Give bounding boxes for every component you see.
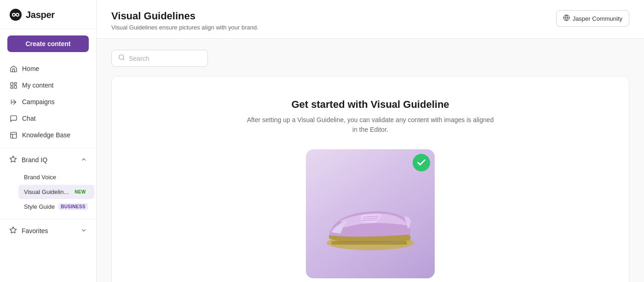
page-subtitle: Visual Guidelines ensure pictures align … (111, 24, 259, 31)
sidebar-item-knowledge-base[interactable]: Knowledge Base (0, 127, 96, 143)
style-guide-label: Style Guide (24, 203, 55, 210)
favorites-header[interactable]: Favorites (0, 222, 96, 240)
knowledge-icon (9, 131, 17, 139)
sidebar-item-brand-voice[interactable]: Brand Voice (18, 170, 94, 184)
svg-point-3 (13, 14, 15, 16)
globe-icon (563, 14, 570, 23)
brand-iq-sub-nav: Brand Voice Visual Guidelin... NEW Style… (0, 169, 96, 216)
svg-rect-6 (14, 82, 16, 84)
sidebar-item-campaigns-label: Campaigns (22, 98, 55, 106)
search-input[interactable] (129, 55, 201, 62)
nav-divider-1 (0, 148, 96, 148)
jasper-logo-icon (9, 8, 22, 21)
svg-line-18 (123, 59, 124, 60)
brand-iq-section: Brand IQ Brand Voice Visual Guidelin... … (0, 151, 96, 216)
svg-marker-14 (10, 227, 16, 233)
main-nav: Home My content C (0, 59, 96, 145)
sidebar: Jasper Create content Home (0, 0, 97, 282)
page-body: Get started with Visual Guideline After … (97, 39, 644, 282)
svg-rect-23 (331, 241, 407, 245)
card-title: Get started with Visual Guideline (291, 99, 449, 111)
sidebar-item-chat-label: Chat (22, 115, 36, 122)
content-icon (9, 81, 17, 89)
style-guide-badge: BUSINESS (58, 203, 88, 210)
sidebar-item-knowledge-base-label: Knowledge Base (22, 131, 70, 139)
visual-guidelines-label: Visual Guidelin... (24, 188, 69, 195)
chat-icon (9, 114, 17, 123)
sidebar-item-chat[interactable]: Chat (0, 110, 96, 127)
card-subtitle: After setting up a Visual Guideline, you… (246, 115, 494, 135)
sidebar-item-my-content[interactable]: My content (0, 77, 96, 94)
logo: Jasper (0, 0, 96, 29)
svg-rect-5 (11, 82, 13, 85)
sidebar-item-visual-guidelines[interactable]: Visual Guidelin... NEW (18, 185, 94, 199)
community-button[interactable]: Jasper Community (556, 10, 629, 27)
sidebar-item-home[interactable]: Home (0, 60, 96, 77)
campaigns-icon (9, 98, 17, 106)
favorites-label: Favorites (22, 227, 48, 235)
brand-iq-header[interactable]: Brand IQ (0, 151, 96, 169)
brand-voice-label: Brand Voice (24, 174, 56, 181)
main-content: Visual Guidelines Visual Guidelines ensu… (97, 0, 644, 282)
visual-guidelines-badge: NEW (72, 188, 88, 195)
svg-rect-8 (11, 87, 13, 88)
check-badge (413, 154, 430, 171)
visual-guidelines-card: Get started with Visual Guideline After … (111, 76, 629, 282)
sidebar-item-my-content-label: My content (22, 82, 53, 89)
svg-marker-13 (10, 156, 16, 162)
svg-point-4 (17, 14, 18, 16)
home-icon (9, 65, 17, 73)
chevron-down-icon (80, 227, 87, 235)
sidebar-item-campaigns[interactable]: Campaigns (0, 94, 96, 110)
svg-rect-10 (11, 132, 17, 138)
shoe-illustration-card (306, 149, 435, 278)
chevron-up-icon (80, 156, 87, 164)
star-icon (9, 226, 17, 235)
page-header: Visual Guidelines Visual Guidelines ensu… (97, 0, 644, 39)
page-title: Visual Guidelines (111, 10, 259, 22)
search-icon (118, 54, 125, 63)
brand-iq-icon (9, 155, 17, 164)
sidebar-item-home-label: Home (22, 65, 39, 72)
logo-text: Jasper (26, 10, 55, 20)
svg-rect-7 (14, 85, 16, 88)
nav-divider-2 (0, 219, 96, 219)
brand-iq-label: Brand IQ (22, 156, 47, 164)
create-content-button[interactable]: Create content (7, 35, 89, 52)
search-bar[interactable] (111, 50, 208, 67)
shoe-svg (320, 175, 421, 253)
community-button-label: Jasper Community (573, 15, 622, 22)
sidebar-item-style-guide[interactable]: Style Guide BUSINESS (18, 200, 94, 214)
